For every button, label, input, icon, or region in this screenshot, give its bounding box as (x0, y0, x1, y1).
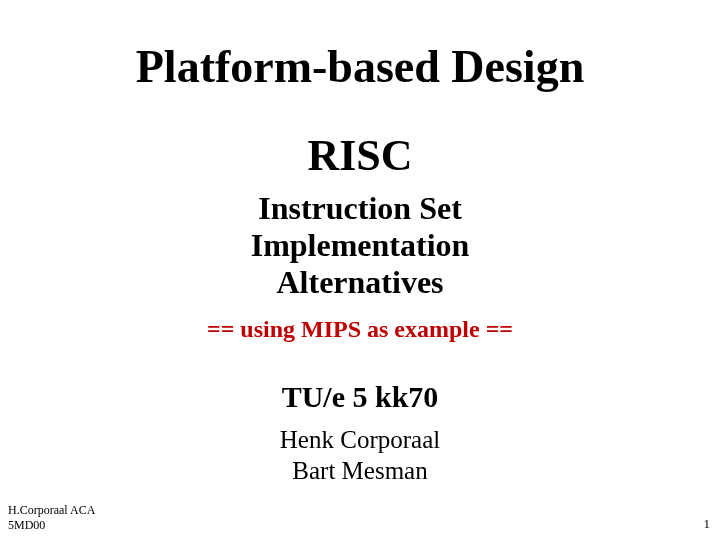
subtitle: Instruction Set Implementation Alternati… (0, 190, 720, 300)
footer-author: H.Corporaal ACA (8, 503, 95, 517)
subtitle-line-1: Instruction Set (0, 190, 720, 227)
example-note: == using MIPS as example == (0, 316, 720, 343)
slide: Platform-based Design RISC Instruction S… (0, 0, 720, 540)
risc-heading: RISC (0, 130, 720, 181)
authors: Henk Corporaal Bart Mesman (0, 424, 720, 487)
footer-course: 5MD00 (8, 518, 95, 532)
footer-left: H.Corporaal ACA 5MD00 (8, 503, 95, 532)
author-2: Bart Mesman (0, 455, 720, 486)
slide-title: Platform-based Design (0, 40, 720, 93)
subtitle-line-2: Implementation (0, 227, 720, 264)
course-code: TU/e 5 kk70 (0, 380, 720, 414)
subtitle-line-3: Alternatives (0, 264, 720, 301)
page-number: 1 (704, 516, 711, 532)
author-1: Henk Corporaal (0, 424, 720, 455)
